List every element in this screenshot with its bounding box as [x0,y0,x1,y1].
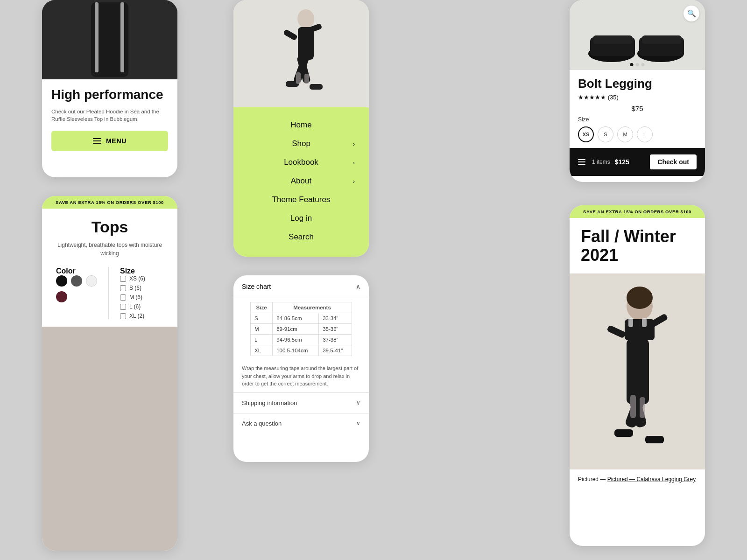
category-subtitle: Lightweight, breathable tops with moistu… [51,241,168,258]
nav-label-search: Search [289,232,314,242]
nav-label-about: About [291,176,311,186]
close-icon: × [298,254,304,257]
svg-rect-40 [630,395,636,418]
nav-hero-image [233,0,369,107]
search-button[interactable]: 🔍 [684,6,699,21]
size-heading: Size [578,116,697,123]
size-xs-check[interactable]: XS (6) [120,275,145,282]
size-m[interactable]: M [617,126,633,142]
size-l-checkbox[interactable] [120,304,126,310]
size-l-m2: 37-38" [319,335,352,345]
menu-button[interactable]: MENU [51,131,168,151]
nav-item-shop[interactable]: Shop › [233,134,369,153]
size-l-check[interactable]: L (6) [120,303,145,310]
size-label: Size [120,267,145,275]
swatch-maroon[interactable] [56,291,67,302]
nav-label-theme-features: Theme Features [272,195,331,204]
cart-total-price: $125 [615,158,629,166]
svg-point-33 [627,287,653,309]
size-xs-label: XS (6) [129,275,145,282]
hamburger-icon [93,138,101,144]
size-s-check[interactable]: S (6) [120,285,145,291]
col-size: Size [251,302,273,313]
size-chart-table: Size Measurements S 84-86.5cm 33-34" M 8… [250,302,352,356]
hero-description: Check out our Pleated Hoodie in Sea and … [51,108,168,123]
product-image: 🔍 [570,0,705,70]
card-bolt-legging: 🔍 Bolt Legging ★★★★★ (35) $75 Size XS S … [570,0,705,182]
chevron-right-icon: › [353,140,355,147]
size-m-check[interactable]: M (6) [120,294,145,301]
product-photo [42,327,177,551]
filter-divider [108,267,109,319]
category-title: Tops [51,218,168,236]
size-s-label: S (6) [129,285,141,291]
color-swatches-2 [56,291,97,302]
ask-question-accordion[interactable]: Ask a question ∨ [233,413,369,434]
close-button[interactable]: × [233,246,369,257]
product-details: Bolt Legging ★★★★★ (35) $75 Size XS S M … [570,70,705,142]
size-table-wrapper: Size Measurements S 84-86.5cm 33-34" M 8… [233,298,369,360]
table-row: M 89-91cm 35-36" [251,324,352,335]
nav-item-theme-features[interactable]: Theme Features [233,190,369,209]
search-icon: 🔍 [687,9,696,18]
size-l[interactable]: L [637,126,653,142]
size-xl-label: XL (2) [129,313,144,319]
size-m-checkbox[interactable] [120,294,126,301]
size-l: L [251,335,273,345]
cart-bar: 1 items $125 Check out [570,148,705,176]
size-xs[interactable]: XS [578,126,594,142]
dot-3[interactable] [641,63,645,66]
size-checkboxes: XS (6) S (6) M (6) L (6) [120,275,145,319]
promo-banner: SAVE AN EXTRA 15% ON ORDERS OVER $100 [42,196,177,209]
svg-rect-45 [645,436,664,443]
size-xs-checkbox[interactable] [120,276,126,282]
size-s: S [251,313,273,324]
size-m-label: M (6) [129,294,142,301]
size-note: Wrap the measuring tape around the large… [233,360,369,392]
size-m-m1: 89-91cm [273,324,319,335]
size-s-checkbox[interactable] [120,285,126,291]
product-rating: ★★★★★ (35) [578,94,697,101]
size-m: M [251,324,273,335]
shipping-label: Shipping information [242,399,297,406]
color-swatches [56,275,97,287]
table-row: L 94-96.5cm 37-38" [251,335,352,345]
nav-item-about[interactable]: About › [233,172,369,190]
season-image [570,273,705,469]
checkout-button[interactable]: Check out [650,154,697,169]
card-navigation: Home Shop › Lookbook › About › Theme Fea… [233,0,369,257]
season-title: Fall / Winter 2021 [581,227,694,264]
nav-item-home[interactable]: Home [233,116,369,134]
table-row: S 84-86.5cm 33-34" [251,313,352,324]
category-content: Tops Lightweight, breathable tops with m… [42,209,177,327]
card-high-performance: High performance Check out our Pleated H… [42,0,177,177]
svg-rect-2 [95,2,99,72]
chevron-up-icon[interactable]: ∧ [356,283,360,290]
nav-item-login[interactable]: Log in [233,209,369,228]
nav-item-lookbook[interactable]: Lookbook › [233,153,369,172]
svg-rect-14 [304,74,309,84]
svg-rect-36 [642,318,647,327]
table-row: XL 100.5-104cm 39.5-41" [251,345,352,356]
color-label: Color [56,267,97,275]
size-filter: Size XS (6) S (6) M (6) [120,267,145,319]
swatch-white[interactable] [86,275,97,287]
dot-1[interactable] [630,63,634,66]
svg-rect-3 [120,2,124,72]
cart-menu-icon[interactable] [578,159,585,165]
size-xl-check[interactable]: XL (2) [120,313,145,319]
svg-rect-12 [310,84,323,90]
dot-2[interactable] [636,63,639,66]
rating-count: (35) [608,94,619,101]
ask-question-label: Ask a question [242,420,282,427]
size-l-m1: 94-96.5cm [273,335,319,345]
size-s[interactable]: S [598,126,613,142]
card-content: High performance Check out our Pleated H… [42,79,177,159]
size-xl-checkbox[interactable] [120,313,126,319]
nav-item-search[interactable]: Search [233,228,369,246]
shipping-accordion[interactable]: Shipping information ∨ [233,392,369,413]
size-s-m2: 33-34" [319,313,352,324]
col-measurements: Measurements [273,302,352,313]
swatch-black[interactable] [56,275,67,287]
swatch-dark-gray[interactable] [71,275,82,287]
